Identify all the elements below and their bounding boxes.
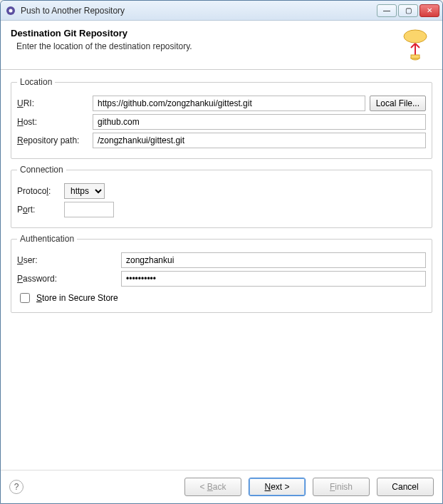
finish-button[interactable]: Finish [313,478,370,496]
header-panel: Destination Git Repository Enter the loc… [1,21,442,70]
repo-path-label: Repository path: [17,135,88,145]
local-file-button[interactable]: Local File... [370,96,426,111]
store-secure-checkbox[interactable] [20,293,30,303]
svg-rect-4 [411,55,419,58]
user-label: User: [17,255,117,265]
host-label: Host: [17,117,88,127]
port-label: Port: [17,205,60,215]
button-bar: ? < Back Next > Finish Cancel [1,470,442,503]
page-description: Enter the location of the destination re… [11,41,398,51]
authentication-group: Authentication User: Password: Store in … [11,234,432,313]
content-area: Location URI: Local File... Host: Reposi… [1,70,442,470]
connection-group: Connection Protocol: https Port: [11,165,432,228]
port-input[interactable] [64,202,114,217]
uri-input[interactable] [93,96,365,111]
uri-label: URI: [17,98,88,108]
titlebar: Push to Another Repository — ▢ ✕ [1,1,442,21]
connection-legend: Connection [17,165,66,175]
close-button[interactable]: ✕ [419,4,439,17]
svg-point-2 [404,30,427,43]
window-title: Push to Another Repository [21,6,377,16]
help-icon[interactable]: ? [9,480,24,494]
push-cloud-icon [398,28,432,62]
store-secure-label: Store in Secure Store [36,293,118,303]
dialog-window: Push to Another Repository — ▢ ✕ Destina… [0,0,443,504]
password-label: Password: [17,274,117,284]
password-input[interactable] [121,271,426,287]
maximize-button[interactable]: ▢ [398,4,418,17]
cancel-button[interactable]: Cancel [377,478,434,496]
repo-path-input[interactable] [93,133,426,148]
next-button[interactable]: Next > [249,478,306,496]
protocol-select[interactable]: https [64,183,105,199]
user-input[interactable] [121,252,426,268]
window-controls: — ▢ ✕ [377,4,439,17]
back-button[interactable]: < Back [184,478,241,496]
svg-point-1 [9,9,13,12]
authentication-legend: Authentication [17,234,77,244]
host-input[interactable] [93,114,426,130]
location-group: Location URI: Local File... Host: Reposi… [11,77,432,159]
app-icon [5,5,16,16]
protocol-label: Protocol: [17,186,60,196]
page-title: Destination Git Repository [11,28,398,38]
location-legend: Location [17,77,55,87]
minimize-button[interactable]: — [377,4,397,17]
